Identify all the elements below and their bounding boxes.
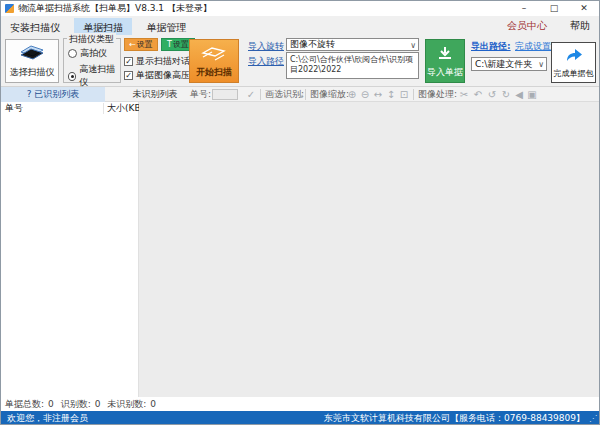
separator: [260, 89, 261, 100]
import-rotate-select[interactable]: 图像不旋转 ∨: [286, 38, 419, 51]
doc-bar: ? 已识别列表 未识别列表 单号: ✓ 画选识别: ↘ 图像缩放: ⊕ ⊖ ↔ …: [1, 87, 599, 102]
toolbar: 选择扫描仪 扫描仪类型 高拍仪 高速扫描仪 ←设置 T设置 ✓ 显示扫描对话框 …: [1, 35, 599, 87]
list-header: 单号 大小(KB): [1, 102, 138, 115]
app-window: 物流单据扫描系统【扫单易】V8.3.1 【未登录】 – □ ✕ 安装扫描仪 单据…: [0, 0, 600, 425]
total-count-value: 0: [48, 399, 54, 409]
first-page-icon[interactable]: ◀: [513, 88, 525, 101]
docno-label: 单号:: [190, 87, 211, 102]
scan-settings-label: 设置: [137, 40, 153, 49]
checkbox-checked-icon: ✓: [124, 71, 133, 80]
chevron-down-icon: ∨: [538, 59, 544, 71]
radio-camera-scanner[interactable]: 高拍仪: [68, 47, 107, 60]
docno-confirm-icon[interactable]: ✓: [245, 88, 257, 101]
crop-icon[interactable]: ✂: [458, 88, 470, 101]
left-arrow-icon: ←: [129, 40, 136, 49]
separator: [413, 89, 414, 100]
radio-highspeed-label: 高速扫描仪: [79, 63, 120, 89]
fit-page-icon[interactable]: ⊡: [398, 88, 410, 101]
window-title: 物流单据扫描系统【扫单易】V8.3.1 【未登录】: [18, 2, 212, 15]
zoom-in-icon[interactable]: ⊕: [346, 88, 358, 101]
text-tool-icon: T: [167, 40, 172, 49]
import-path-label: 导入路径: [248, 55, 284, 68]
import-documents-label: 导入单据: [426, 66, 464, 79]
radio-on-icon: [68, 72, 76, 81]
status-bar: 欢迎您，非注册会员 东莞市文软计算机科技有限公司【服务电话：0769-88439…: [1, 411, 599, 425]
import-rotate-value: 图像不旋转: [290, 39, 335, 49]
docno-input[interactable]: [212, 89, 238, 100]
rotate-right-icon[interactable]: ↻: [500, 88, 512, 101]
scan-icon: [200, 45, 228, 62]
panel-resize-grip[interactable]: ⋰: [127, 397, 135, 411]
share-arrow-icon: [564, 47, 584, 63]
zoom-out-icon[interactable]: ⊖: [359, 88, 371, 101]
column-divider: [103, 103, 104, 114]
rotate-left-icon[interactable]: ↺: [486, 88, 498, 101]
export-folder-select[interactable]: C:\新建文件夹 ∨: [471, 57, 547, 71]
select-scanner-button[interactable]: 选择扫描仪: [5, 39, 59, 83]
radio-off-icon: [68, 49, 77, 58]
import-download-icon: [437, 46, 453, 61]
chevron-down-icon: ∨: [410, 40, 416, 51]
maximize-button[interactable]: □: [539, 1, 569, 16]
total-count-label: 单据总数:: [5, 399, 44, 409]
finish-package-label: 完成单据包: [552, 68, 595, 79]
image-preview-area[interactable]: [139, 102, 600, 397]
window-resize-grip[interactable]: ⋰: [589, 411, 597, 425]
separator: [305, 89, 306, 100]
help-link[interactable]: 帮助: [570, 16, 590, 35]
scanner-type-legend: 扫描仪类型: [67, 33, 116, 46]
radio-camera-label: 高拍仪: [80, 47, 107, 60]
start-scan-label: 开始扫描: [190, 66, 238, 79]
minimize-button[interactable]: –: [509, 1, 539, 16]
finish-package-button[interactable]: 完成单据包: [551, 42, 596, 83]
text-settings-label: 设置: [173, 40, 189, 49]
titlebar: 物流单据扫描系统【扫单易】V8.3.1 【未登录】 – □ ✕: [1, 1, 599, 16]
select-scanner-label: 选择扫描仪: [6, 66, 58, 79]
import-rotate-label: 导入旋转: [248, 40, 284, 53]
start-scan-button[interactable]: 开始扫描: [189, 39, 239, 83]
checkbox-show-scan-dialog[interactable]: ✓ 显示扫描对话框: [124, 55, 199, 68]
tab-recognized-list[interactable]: ? 已识别列表: [1, 87, 105, 102]
fit-height-icon[interactable]: ↕: [385, 88, 397, 101]
checkbox-high-compression[interactable]: ✓ 单据图像高压缩: [124, 69, 199, 82]
company-status: 东莞市文软计算机科技有限公司【服务电话：0769-88439809】: [324, 411, 585, 425]
scanner-type-group: 扫描仪类型 高拍仪 高速扫描仪: [63, 38, 121, 83]
document-list-panel[interactable]: 单号 大小(KB): [1, 102, 139, 397]
export-path-link[interactable]: 导出路径:: [471, 40, 511, 53]
export-folder-value: C:\新建文件夹: [475, 59, 532, 69]
zoom-label: 图像缩放:: [310, 87, 349, 102]
process-label: 图像处理:: [418, 87, 457, 102]
radio-highspeed-scanner[interactable]: 高速扫描仪: [68, 63, 120, 89]
finish-settings-link[interactable]: 完成设置: [515, 40, 551, 53]
member-center-link[interactable]: 会员中心: [507, 16, 547, 35]
scanner-icon: [17, 43, 47, 61]
checkbox-checked-icon: ✓: [124, 57, 133, 66]
welcome-status: 欢迎您，非注册会员: [7, 411, 88, 425]
undo-icon[interactable]: ↶: [472, 88, 484, 101]
app-icon: [5, 4, 14, 13]
close-button[interactable]: ✕: [569, 1, 599, 16]
column-docno[interactable]: 单号: [5, 102, 23, 115]
unrecognized-count-value: 0: [150, 399, 156, 409]
save-icon[interactable]: ▣: [526, 88, 538, 101]
import-documents-button[interactable]: 导入单据: [425, 39, 465, 83]
recognized-count-value: 0: [95, 399, 101, 409]
import-path-field[interactable]: C:\公司\合作伙伴\欣阅合作\识别项目2022\2022: [286, 52, 419, 79]
scan-settings-button[interactable]: ←设置: [124, 38, 158, 51]
counters-row: 单据总数:0 识别数:0 未识别数:0 ⋰: [1, 397, 599, 411]
fit-width-icon[interactable]: ↔: [372, 88, 384, 101]
recognized-count-label: 识别数:: [61, 399, 91, 409]
